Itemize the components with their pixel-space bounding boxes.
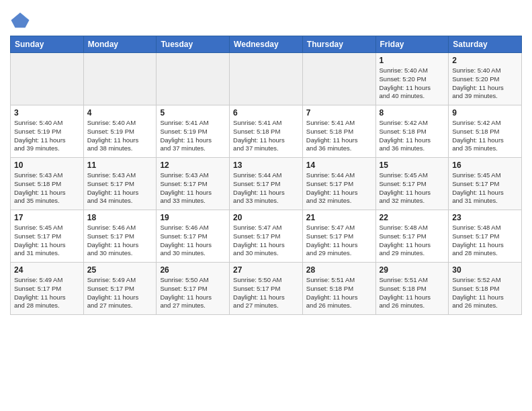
calendar-cell (230, 53, 303, 105)
calendar-cell: 5Sunrise: 5:41 AM Sunset: 5:19 PM Daylig… (157, 105, 230, 158)
calendar-cell: 20Sunrise: 5:47 AM Sunset: 5:17 PM Dayli… (230, 210, 303, 263)
day-info: Sunrise: 5:50 AM Sunset: 5:17 PM Dayligh… (160, 276, 226, 310)
calendar-cell: 7Sunrise: 5:41 AM Sunset: 5:18 PM Daylig… (302, 105, 375, 158)
day-info: Sunrise: 5:41 AM Sunset: 5:19 PM Dayligh… (160, 119, 226, 153)
calendar-cell: 10Sunrise: 5:43 AM Sunset: 5:18 PM Dayli… (11, 158, 84, 210)
day-info: Sunrise: 5:45 AM Sunset: 5:17 PM Dayligh… (452, 171, 518, 205)
day-number: 30 (452, 265, 518, 275)
calendar-cell: 23Sunrise: 5:48 AM Sunset: 5:17 PM Dayli… (449, 210, 522, 263)
day-info: Sunrise: 5:44 AM Sunset: 5:17 PM Dayligh… (233, 171, 299, 205)
calendar-header-sunday: Sunday (11, 36, 84, 53)
calendar-cell: 8Sunrise: 5:42 AM Sunset: 5:18 PM Daylig… (375, 105, 449, 158)
day-number: 16 (452, 161, 518, 170)
calendar-header-monday: Monday (83, 36, 157, 53)
day-number: 18 (87, 213, 153, 222)
day-number: 13 (233, 161, 299, 170)
day-info: Sunrise: 5:52 AM Sunset: 5:18 PM Dayligh… (452, 276, 518, 310)
day-number: 11 (87, 161, 153, 170)
calendar-cell: 4Sunrise: 5:40 AM Sunset: 5:19 PM Daylig… (83, 105, 157, 158)
day-info: Sunrise: 5:40 AM Sunset: 5:19 PM Dayligh… (87, 119, 153, 153)
calendar-cell: 25Sunrise: 5:49 AM Sunset: 5:17 PM Dayli… (83, 263, 157, 315)
calendar-cell: 2Sunrise: 5:40 AM Sunset: 5:20 PM Daylig… (449, 53, 522, 105)
day-number: 4 (87, 108, 153, 118)
logo-icon (10, 10, 30, 30)
day-info: Sunrise: 5:40 AM Sunset: 5:20 PM Dayligh… (452, 66, 518, 101)
day-info: Sunrise: 5:51 AM Sunset: 5:18 PM Dayligh… (380, 276, 445, 310)
day-info: Sunrise: 5:43 AM Sunset: 5:18 PM Dayligh… (14, 171, 80, 205)
day-number: 24 (14, 265, 80, 275)
svg-marker-0 (11, 13, 30, 28)
day-number: 12 (160, 161, 226, 170)
day-number: 25 (87, 265, 153, 275)
page: SundayMondayTuesdayWednesdayThursdayFrid… (0, 0, 532, 411)
day-number: 26 (160, 265, 226, 275)
day-info: Sunrise: 5:42 AM Sunset: 5:18 PM Dayligh… (380, 119, 445, 153)
day-info: Sunrise: 5:46 AM Sunset: 5:17 PM Dayligh… (87, 224, 153, 258)
day-number: 10 (14, 161, 80, 170)
day-number: 20 (233, 213, 299, 222)
calendar-header-friday: Friday (375, 36, 449, 53)
day-info: Sunrise: 5:40 AM Sunset: 5:20 PM Dayligh… (380, 66, 445, 101)
calendar-week-3: 10Sunrise: 5:43 AM Sunset: 5:18 PM Dayli… (11, 158, 522, 210)
calendar-cell: 26Sunrise: 5:50 AM Sunset: 5:17 PM Dayli… (157, 263, 230, 315)
day-number: 23 (452, 213, 518, 222)
calendar-cell: 6Sunrise: 5:41 AM Sunset: 5:18 PM Daylig… (230, 105, 303, 158)
day-number: 27 (233, 265, 299, 275)
day-info: Sunrise: 5:50 AM Sunset: 5:17 PM Dayligh… (233, 276, 299, 310)
calendar-cell: 28Sunrise: 5:51 AM Sunset: 5:18 PM Dayli… (302, 263, 375, 315)
day-info: Sunrise: 5:47 AM Sunset: 5:17 PM Dayligh… (233, 224, 299, 258)
calendar-cell: 29Sunrise: 5:51 AM Sunset: 5:18 PM Dayli… (375, 263, 449, 315)
calendar-cell (157, 53, 230, 105)
day-number: 21 (306, 213, 372, 222)
day-info: Sunrise: 5:48 AM Sunset: 5:17 PM Dayligh… (452, 224, 518, 258)
day-number: 17 (14, 213, 80, 222)
calendar-week-5: 24Sunrise: 5:49 AM Sunset: 5:17 PM Dayli… (11, 263, 522, 315)
day-number: 28 (306, 265, 372, 275)
day-info: Sunrise: 5:51 AM Sunset: 5:18 PM Dayligh… (306, 276, 372, 310)
calendar-cell: 11Sunrise: 5:43 AM Sunset: 5:17 PM Dayli… (83, 158, 157, 210)
day-number: 8 (380, 108, 445, 118)
calendar-cell: 12Sunrise: 5:43 AM Sunset: 5:17 PM Dayli… (157, 158, 230, 210)
day-info: Sunrise: 5:44 AM Sunset: 5:17 PM Dayligh… (306, 171, 372, 205)
day-number: 7 (306, 108, 372, 118)
day-number: 22 (380, 213, 445, 222)
calendar-cell: 17Sunrise: 5:45 AM Sunset: 5:17 PM Dayli… (11, 210, 84, 263)
calendar-header-wednesday: Wednesday (230, 36, 303, 53)
calendar-cell: 15Sunrise: 5:45 AM Sunset: 5:17 PM Dayli… (375, 158, 449, 210)
day-number: 6 (233, 108, 299, 118)
day-info: Sunrise: 5:42 AM Sunset: 5:18 PM Dayligh… (452, 119, 518, 153)
calendar-header-saturday: Saturday (449, 36, 522, 53)
calendar-cell (11, 53, 84, 105)
day-number: 14 (306, 161, 372, 170)
day-info: Sunrise: 5:41 AM Sunset: 5:18 PM Dayligh… (233, 119, 299, 153)
calendar-header-row: SundayMondayTuesdayWednesdayThursdayFrid… (11, 36, 522, 53)
day-info: Sunrise: 5:46 AM Sunset: 5:17 PM Dayligh… (160, 224, 226, 258)
calendar-cell: 14Sunrise: 5:44 AM Sunset: 5:17 PM Dayli… (302, 158, 375, 210)
day-number: 9 (452, 108, 518, 118)
calendar-cell: 13Sunrise: 5:44 AM Sunset: 5:17 PM Dayli… (230, 158, 303, 210)
day-info: Sunrise: 5:45 AM Sunset: 5:17 PM Dayligh… (380, 171, 445, 205)
calendar-cell (83, 53, 157, 105)
calendar-table: SundayMondayTuesdayWednesdayThursdayFrid… (10, 36, 522, 315)
day-info: Sunrise: 5:48 AM Sunset: 5:17 PM Dayligh… (380, 224, 445, 258)
calendar-week-1: 1Sunrise: 5:40 AM Sunset: 5:20 PM Daylig… (11, 53, 522, 105)
calendar-cell: 19Sunrise: 5:46 AM Sunset: 5:17 PM Dayli… (157, 210, 230, 263)
day-number: 3 (14, 108, 80, 118)
logo (10, 10, 33, 30)
calendar-cell: 24Sunrise: 5:49 AM Sunset: 5:17 PM Dayli… (11, 263, 84, 315)
calendar-cell: 16Sunrise: 5:45 AM Sunset: 5:17 PM Dayli… (449, 158, 522, 210)
day-number: 2 (452, 56, 518, 65)
calendar-cell (302, 53, 375, 105)
calendar-cell: 21Sunrise: 5:47 AM Sunset: 5:17 PM Dayli… (302, 210, 375, 263)
calendar-cell: 9Sunrise: 5:42 AM Sunset: 5:18 PM Daylig… (449, 105, 522, 158)
header (10, 7, 522, 30)
calendar-cell: 18Sunrise: 5:46 AM Sunset: 5:17 PM Dayli… (83, 210, 157, 263)
day-number: 19 (160, 213, 226, 222)
day-info: Sunrise: 5:49 AM Sunset: 5:17 PM Dayligh… (87, 276, 153, 310)
day-info: Sunrise: 5:41 AM Sunset: 5:18 PM Dayligh… (306, 119, 372, 153)
calendar-cell: 27Sunrise: 5:50 AM Sunset: 5:17 PM Dayli… (230, 263, 303, 315)
day-info: Sunrise: 5:43 AM Sunset: 5:17 PM Dayligh… (87, 171, 153, 205)
day-info: Sunrise: 5:45 AM Sunset: 5:17 PM Dayligh… (14, 224, 80, 258)
day-info: Sunrise: 5:43 AM Sunset: 5:17 PM Dayligh… (160, 171, 226, 205)
day-number: 29 (380, 265, 445, 275)
